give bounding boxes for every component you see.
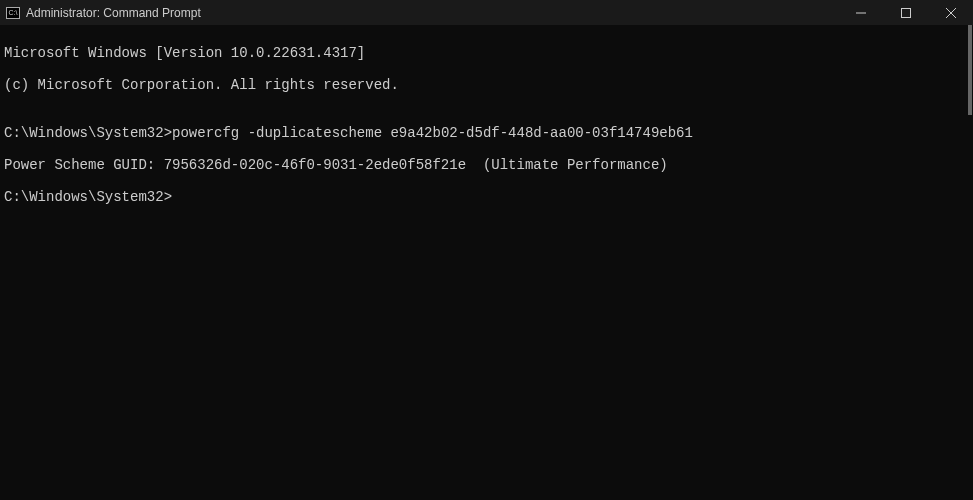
maximize-button[interactable]	[883, 0, 928, 25]
minimize-button[interactable]	[838, 0, 883, 25]
prompt-path: C:\Windows\System32>	[4, 189, 172, 205]
output-line: Power Scheme GUID: 7956326d-020c-46f0-90…	[4, 157, 969, 173]
close-icon	[946, 8, 956, 18]
prompt-line-2: C:\Windows\System32>	[4, 189, 969, 205]
window-controls	[838, 0, 973, 25]
svg-rect-1	[901, 8, 910, 17]
scrollbar[interactable]	[968, 25, 972, 115]
titlebar-left: C:\ Administrator: Command Prompt	[6, 6, 201, 20]
command-text: powercfg -duplicatescheme e9a42b02-d5df-…	[172, 125, 693, 141]
window-title: Administrator: Command Prompt	[26, 6, 201, 20]
prompt-path: C:\Windows\System32>	[4, 125, 172, 141]
titlebar: C:\ Administrator: Command Prompt	[0, 0, 973, 25]
copyright-line: (c) Microsoft Corporation. All rights re…	[4, 77, 969, 93]
maximize-icon	[901, 8, 911, 18]
prompt-line-1: C:\Windows\System32>powercfg -duplicates…	[4, 125, 969, 141]
terminal-output[interactable]: Microsoft Windows [Version 10.0.22631.43…	[0, 25, 973, 225]
minimize-icon	[856, 8, 866, 18]
version-line: Microsoft Windows [Version 10.0.22631.43…	[4, 45, 969, 61]
cmd-icon: C:\	[6, 7, 20, 19]
close-button[interactable]	[928, 0, 973, 25]
